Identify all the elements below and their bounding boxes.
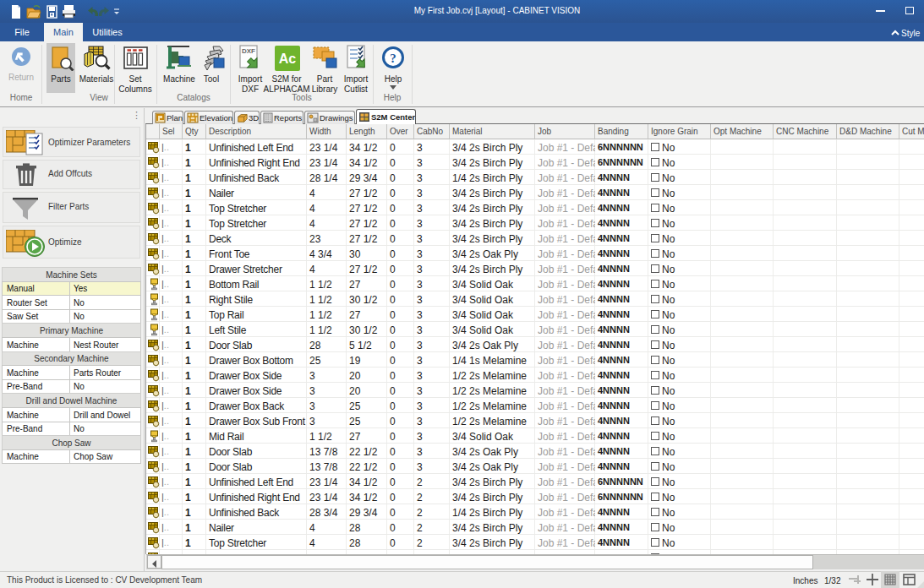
svg-text:DXF: DXF (242, 47, 255, 55)
svg-text:?: ? (390, 52, 396, 65)
svg-text:Ac: Ac (279, 52, 297, 66)
